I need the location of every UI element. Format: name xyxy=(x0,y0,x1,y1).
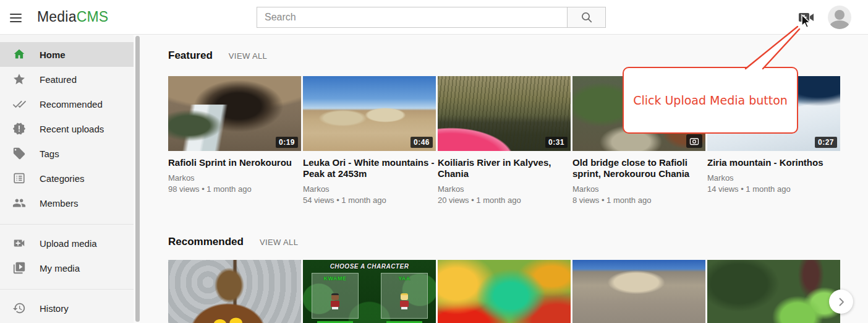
user-avatar[interactable] xyxy=(828,6,851,29)
sidebar-item-featured[interactable]: Featured xyxy=(0,67,134,92)
upload-media-button[interactable] xyxy=(798,11,814,24)
character-sprite xyxy=(399,293,409,309)
media-card[interactable] xyxy=(168,260,301,323)
media-meta: 20 views • 1 month ago xyxy=(438,196,571,205)
media-card[interactable]: 0:19 Rafioli Sprint in Nerokourou Markos… xyxy=(168,76,301,205)
character-name: KWAME xyxy=(312,275,358,282)
video-thumbnail[interactable]: 0:31 xyxy=(438,76,571,151)
duration-badge: 0:27 xyxy=(815,137,837,148)
sidebar-divider xyxy=(0,224,134,225)
members-icon xyxy=(12,196,26,210)
sidebar-item-my-media[interactable]: My media xyxy=(0,256,134,280)
carousel-next-button[interactable] xyxy=(829,290,853,314)
chevron-right-icon xyxy=(836,297,846,307)
sidebar-label: Tags xyxy=(40,149,59,159)
character-panel-left: KWAME xyxy=(312,273,359,319)
sidebar-item-recent-uploads[interactable]: Recent uploads xyxy=(0,116,134,141)
sidebar-label: Featured xyxy=(40,74,77,85)
star-icon xyxy=(12,72,26,86)
search-button[interactable] xyxy=(567,7,606,28)
media-author[interactable]: Markos xyxy=(438,184,571,194)
history-icon xyxy=(12,301,26,315)
sidebar-item-upload-media[interactable]: Upload media xyxy=(0,231,134,256)
media-card[interactable] xyxy=(707,260,840,323)
scrollbar-thumb[interactable] xyxy=(135,36,140,322)
categories-icon xyxy=(12,171,26,185)
video-thumbnail[interactable]: 0:19 xyxy=(168,76,301,151)
image-type-badge xyxy=(686,134,702,148)
my-media-icon xyxy=(12,261,26,275)
media-meta: 14 views • 1 month ago xyxy=(707,184,840,194)
annotation-text: Click Upload Media button xyxy=(633,93,788,107)
menu-icon[interactable] xyxy=(10,11,25,24)
logo-text-cms: CMS xyxy=(77,9,109,25)
tag-icon xyxy=(12,147,26,160)
sidebar-scrollbar[interactable] xyxy=(135,35,140,323)
logo-text-media: Media xyxy=(37,9,77,25)
video-call-icon xyxy=(798,11,814,24)
media-card[interactable] xyxy=(438,260,571,323)
media-title[interactable]: Leuka Ori - White mountains - Peak at 24… xyxy=(303,157,436,179)
sidebar-item-categories[interactable]: Categories xyxy=(0,166,134,191)
media-author[interactable]: Markos xyxy=(572,184,705,194)
media-title[interactable]: Old bridge close to Rafioli sprint, Nero… xyxy=(572,157,705,179)
sidebar-label: Recommended xyxy=(40,99,103,110)
sidebar-label: Members xyxy=(40,198,79,209)
media-meta: 8 views • 1 month ago xyxy=(572,196,705,205)
annotation-callout: Click Upload Media button xyxy=(623,67,798,134)
media-title[interactable]: Ziria mountain - Korinthos xyxy=(707,157,840,168)
avatar-shoulders xyxy=(830,20,849,29)
duration-badge: 0:31 xyxy=(545,137,568,148)
search-icon xyxy=(580,11,594,24)
sidebar-label: My media xyxy=(40,263,80,273)
upload-media-icon xyxy=(12,236,26,250)
video-thumbnail[interactable]: CHOOSE A CHARACTER KWAME YAA xyxy=(303,260,436,323)
media-meta: 98 views • 1 month ago xyxy=(168,184,301,194)
media-author[interactable]: Markos xyxy=(303,184,436,194)
character-name: YAA xyxy=(381,275,427,282)
featured-section-header: Featured VIEW ALL xyxy=(168,50,267,62)
sidebar-item-tags[interactable]: Tags xyxy=(0,141,134,166)
search-bar xyxy=(257,7,606,28)
recommended-section-header: Recommended VIEW ALL xyxy=(168,236,298,248)
media-title[interactable]: Rafioli Sprint in Nerokourou xyxy=(168,157,301,168)
media-title[interactable]: Koiliaris River in Kalyves, Chania xyxy=(438,157,571,179)
sidebar-label: Recent uploads xyxy=(40,124,104,134)
duration-badge: 0:46 xyxy=(411,137,433,148)
sidebar-label: Categories xyxy=(40,173,85,184)
new-releases-icon xyxy=(12,122,26,136)
search-input[interactable] xyxy=(257,7,567,28)
view-all-link[interactable]: VIEW ALL xyxy=(229,51,267,61)
game-screen-title: CHOOSE A CHARACTER xyxy=(303,263,436,270)
sidebar-item-members[interactable]: Members xyxy=(0,191,134,215)
media-card[interactable] xyxy=(572,260,705,323)
media-author[interactable]: Markos xyxy=(707,173,840,183)
sidebar-item-home[interactable]: Home xyxy=(0,42,134,67)
video-thumbnail[interactable] xyxy=(572,260,705,323)
duration-badge: 0:19 xyxy=(276,137,298,148)
media-meta: 54 views • 1 month ago xyxy=(303,196,436,205)
sidebar-label: Upload media xyxy=(40,238,97,249)
sidebar-divider xyxy=(0,289,134,290)
view-all-link[interactable]: VIEW ALL xyxy=(260,238,298,247)
video-thumbnail[interactable] xyxy=(438,260,571,323)
video-thumbnail[interactable] xyxy=(707,260,840,323)
section-title: Recommended xyxy=(168,236,244,248)
avatar-head xyxy=(835,10,845,20)
home-icon xyxy=(12,48,26,61)
character-sprite xyxy=(330,293,340,309)
video-thumbnail[interactable] xyxy=(168,260,301,323)
media-card[interactable]: 0:31 Koiliaris River in Kalyves, Chania … xyxy=(438,76,571,205)
sidebar: Home Featured Recommended Recent uploads… xyxy=(0,35,134,323)
sidebar-item-history[interactable]: History xyxy=(0,296,134,321)
camera-icon xyxy=(689,137,699,145)
sidebar-item-recommended[interactable]: Recommended xyxy=(0,92,134,116)
video-thumbnail[interactable]: 0:46 xyxy=(303,76,436,151)
section-title: Featured xyxy=(168,50,213,62)
character-panel-right: YAA xyxy=(381,273,428,319)
media-card[interactable]: 0:46 Leuka Ori - White mountains - Peak … xyxy=(303,76,436,205)
app-logo[interactable]: MediaCMS xyxy=(37,9,108,25)
media-card[interactable]: CHOOSE A CHARACTER KWAME YAA xyxy=(303,260,436,323)
media-author[interactable]: Markos xyxy=(168,173,301,183)
done-all-icon xyxy=(12,97,26,111)
